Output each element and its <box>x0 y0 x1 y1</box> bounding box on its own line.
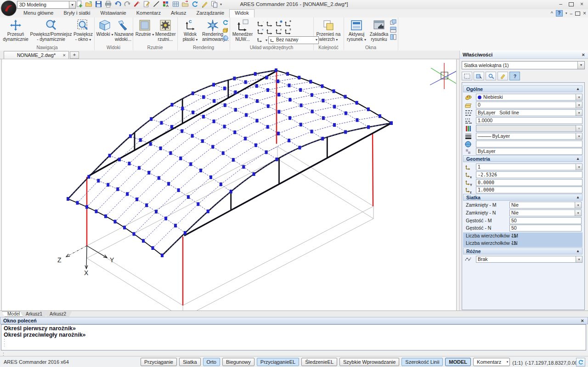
ucs-preset-icon[interactable] <box>275 20 283 27</box>
ucs-more-button[interactable]: ▾ <box>256 36 266 44</box>
section-ogolne[interactable]: Ogólne ▲ <box>463 85 582 92</box>
close-button[interactable]: × <box>580 1 583 7</box>
ucs-preset-icon[interactable] <box>284 20 292 27</box>
toggle-siatka[interactable]: Siatka <box>179 358 201 366</box>
entity-selector-combo[interactable]: Siatka wielokątna (1) ▾ <box>462 61 585 69</box>
section-geometria[interactable]: Geometria ▲ <box>463 155 582 162</box>
cascade-windows-button[interactable] <box>390 19 396 25</box>
layer-combo[interactable]: 0 ▾ <box>476 102 582 108</box>
tile-horizontal-button[interactable] <box>390 27 396 33</box>
collapse-icon[interactable]: ▲ <box>576 194 580 201</box>
tab-bryly-i-siatki[interactable]: Bryły i siatki <box>58 9 95 17</box>
ribbon-collapse-icon[interactable]: ^ <box>551 11 553 16</box>
chevron-down-icon: ▾ <box>336 38 338 42</box>
vertex-z-input[interactable]: 1.0000 <box>476 186 582 193</box>
document-tab[interactable]: NONAME_2.dwg* × <box>4 51 69 59</box>
closed-m-combo[interactable]: Nie ▾ <box>509 202 582 209</box>
doc-minimize-button[interactable]: – <box>570 11 572 16</box>
vertex-x-input[interactable]: -2.5326 <box>476 171 582 178</box>
named-views-button[interactable]: Nazwane widoki... <box>114 19 132 42</box>
density-m-input[interactable]: 50 <box>509 217 582 224</box>
ucs-preset-icon[interactable]: z <box>275 28 283 34</box>
smoothing-combo[interactable]: Brak ▾ <box>476 256 582 263</box>
toggle-biegunowy[interactable]: Biegunowy <box>222 358 254 366</box>
minimize-button[interactable]: – <box>559 1 562 7</box>
transparency-input[interactable]: ByLayer <box>476 148 582 155</box>
pan-dynamic-button[interactable]: Przesuń dynamicznie <box>3 19 28 42</box>
vertex-combo[interactable]: 1 ▾ <box>476 164 582 170</box>
toggle-szybkie-wprowadzanie[interactable]: Szybkie Wprowadzanie <box>339 358 399 366</box>
linetype-combo[interactable]: ByLayer Solid line ▾ <box>476 109 582 116</box>
help-properties-button[interactable]: ? <box>509 72 520 80</box>
tab-arkusz2[interactable]: Arkusz2 <box>44 311 72 317</box>
ucs-preset-icon[interactable]: - <box>256 20 265 27</box>
linetype-scale-input[interactable]: 1.0000 <box>476 117 582 124</box>
ucs-preset-icon[interactable]: x <box>256 28 265 34</box>
close-icon[interactable]: × <box>581 317 584 324</box>
section-siatka[interactable]: Siatka ▲ <box>463 194 582 201</box>
ucs-preset-icon[interactable]: 3 <box>284 28 292 34</box>
annotation-scale-combo[interactable]: Komentarz ▾ <box>473 358 510 366</box>
select-entities-button[interactable] <box>462 72 472 80</box>
tab-widok[interactable]: Widok <box>229 9 254 17</box>
activate-drawing-button[interactable]: Aktywuj rysunek ▾ <box>345 19 368 42</box>
lineweight-combo[interactable]: ——— ByLayer ▾ <box>476 133 582 140</box>
tab-komentarz[interactable]: Komentarz <box>131 9 166 17</box>
command-history[interactable]: Określ pierwszy narożnik» Określ przeciw… <box>1 324 586 350</box>
zoom-dynamic-button[interactable]: Powiększ/Pomniejsz - dynamicznie <box>29 19 73 42</box>
new-document-tab-button[interactable]: + <box>70 51 79 59</box>
help-button[interactable]: ? <box>556 10 563 17</box>
drawing-tab-button[interactable]: Zakładka rysunku <box>368 19 390 42</box>
tab-arkusz[interactable]: Arkusz <box>166 9 192 17</box>
bring-to-front-button[interactable]: Przenieś na wierzch ▾ <box>316 19 341 42</box>
ucs-preset-icon[interactable] <box>266 28 274 34</box>
viewport-manager-button[interactable]: Menedżer rzutni... <box>155 19 175 42</box>
toggle-przyciaganie[interactable]: Przyciąganie <box>141 358 177 366</box>
tile-vertical-button[interactable] <box>390 34 396 40</box>
render-sphere-button[interactable] <box>222 35 229 41</box>
toggle-model[interactable]: MODEL <box>445 358 471 366</box>
collapse-icon[interactable]: ▲ <box>576 156 580 162</box>
drawing-canvas[interactable]: XYZ <box>2 59 456 311</box>
ucs-manager-button[interactable]: Menedżer NUW... <box>232 19 254 42</box>
select-matching-button[interactable] <box>474 72 484 80</box>
doc-restore-button[interactable] <box>575 11 580 16</box>
tab-wstawianie[interactable]: Wstawianie <box>96 9 131 17</box>
quick-select-button[interactable] <box>486 72 496 80</box>
collapse-icon[interactable]: ▲ <box>576 86 580 92</box>
app-logo-icon[interactable] <box>1 0 17 16</box>
materials-button[interactable] <box>222 27 229 34</box>
help-dropdown-icon[interactable]: ▾ <box>565 11 567 15</box>
hyperlink-input[interactable] <box>476 141 582 147</box>
zoom-window-button[interactable]: Powiększ - okno ▾ <box>73 19 94 42</box>
svg-text:x: x <box>470 175 472 178</box>
command-window-header[interactable]: Okno poleceń × <box>0 317 588 324</box>
toggle-sledzenie-el[interactable]: ŚledzenieEL <box>301 358 337 366</box>
views-button[interactable]: Widoki ▾ <box>96 19 113 38</box>
doc-close-button[interactable]: × <box>583 10 586 17</box>
restore-button[interactable] <box>569 2 574 6</box>
vertex-y-input[interactable]: 0.0000 <box>476 179 582 186</box>
toggle-szerokosc-linii[interactable]: Szerokość Linii <box>401 358 443 366</box>
density-n-input[interactable]: 50 <box>509 225 582 231</box>
close-icon[interactable]: × <box>582 51 585 59</box>
paint-properties-button[interactable] <box>498 72 508 80</box>
tab-menu-glowne[interactable]: Menu główne <box>18 9 58 17</box>
plan-view-button[interactable]: C Widok płaski ▾ <box>179 19 201 42</box>
ucs-name-combo[interactable]: Bez nazwy ▾ <box>268 36 319 44</box>
close-icon[interactable]: × <box>63 51 66 59</box>
toggle-orto[interactable]: Orto <box>203 358 220 366</box>
section-rozne[interactable]: Różne ▲ <box>463 248 582 254</box>
ucs-preset-icon[interactable] <box>266 20 274 27</box>
refresh-render-button[interactable] <box>222 19 229 26</box>
collapse-icon[interactable]: ▲ <box>576 248 580 254</box>
viewports-button[interactable]: Rzutnie ▾ <box>135 19 154 38</box>
tab-zarzadzanie[interactable]: Zarządzanie <box>192 9 230 17</box>
tab-arkusz1[interactable]: Arkusz1 <box>20 311 48 317</box>
render-animated-button[interactable]: Rendering animowany... <box>202 19 223 42</box>
closed-n-combo[interactable]: Nie ▾ <box>509 209 582 216</box>
status-refresh-button[interactable] <box>576 358 585 367</box>
toggle-przyciaganie-el[interactable]: PrzyciąganieEL <box>257 358 299 366</box>
color-combo[interactable]: Niebieski ▾ <box>476 94 582 101</box>
drawing-area[interactable]: XYZ <box>1 59 457 311</box>
